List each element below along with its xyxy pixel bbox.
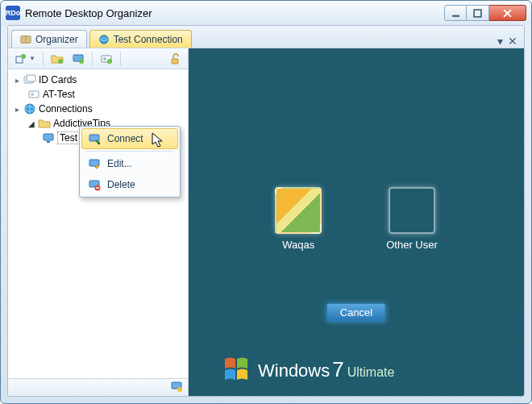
brand-text: Windows7Ultimate	[258, 357, 394, 382]
new-connection-button[interactable]	[69, 51, 88, 67]
tab-label: Test Connection	[114, 34, 183, 45]
window-title: Remote Desktop Organizer	[25, 7, 444, 19]
new-dropdown-button[interactable]: ▼	[11, 51, 39, 67]
windows-logo-icon	[222, 356, 250, 383]
user-waqas[interactable]: Waqas	[275, 187, 322, 251]
tabstrip-close-icon[interactable]: ✕	[508, 35, 517, 48]
svg-rect-13	[172, 59, 178, 64]
separator	[120, 52, 121, 66]
separator	[43, 52, 44, 66]
tabstrip: Organizer Test Connection ▾ ✕	[8, 26, 524, 48]
tab-label: Organizer	[35, 34, 78, 45]
expander-icon[interactable]: ▸	[13, 76, 21, 85]
windows-branding: Windows7Ultimate	[222, 356, 394, 383]
user-name-label: Waqas	[282, 239, 314, 251]
connect-icon	[88, 132, 101, 145]
menu-delete[interactable]: Delete	[81, 174, 178, 195]
svg-point-4	[99, 35, 108, 44]
content-frame: Organizer Test Connection ▾ ✕ ▼	[7, 25, 525, 397]
tree-view[interactable]: ▸ ID Cards AT-Test ▸	[8, 69, 188, 378]
new-idcard-button[interactable]	[97, 51, 116, 67]
expander-icon[interactable]: ◢	[27, 119, 35, 128]
user-name-label: Other User	[386, 239, 438, 251]
tabstrip-menu-icon[interactable]: ▾	[497, 35, 503, 48]
sidebar-toolbar: ▼	[8, 48, 188, 69]
workspace: ▼	[8, 48, 524, 396]
delete-icon	[88, 178, 101, 191]
svg-point-18	[31, 93, 34, 96]
tab-test-connection[interactable]: Test Connection	[89, 30, 192, 48]
cancel-button[interactable]: Cancel	[326, 303, 386, 322]
svg-rect-1	[474, 10, 481, 17]
tree-node-at-test[interactable]: AT-Test	[10, 87, 186, 102]
folder-icon	[38, 117, 51, 130]
sidebar: ▼	[8, 48, 189, 396]
svg-rect-22	[44, 134, 53, 140]
tree-label: ID Cards	[39, 74, 77, 85]
tree-label: Connections	[39, 103, 93, 115]
menu-label: Edit...	[107, 158, 132, 169]
tab-organizer[interactable]: Organizer	[11, 30, 87, 48]
minimize-button[interactable]	[444, 5, 467, 21]
svg-point-9	[79, 59, 84, 64]
avatar	[275, 187, 322, 234]
edit-icon	[88, 157, 101, 170]
status-monitor-icon	[170, 380, 183, 395]
context-menu: Connect Edit...	[79, 126, 181, 198]
svg-rect-16	[27, 75, 35, 81]
user-other[interactable]: Other User	[386, 187, 438, 251]
expander-icon[interactable]: ▸	[13, 105, 21, 114]
svg-rect-23	[47, 141, 50, 143]
app-icon: RDo	[6, 6, 20, 20]
menu-connect[interactable]: Connect	[81, 128, 178, 149]
menu-label: Delete	[107, 179, 135, 190]
svg-rect-0	[452, 15, 459, 16]
unlock-button[interactable]	[165, 51, 185, 67]
avatar	[389, 187, 435, 234]
separator	[92, 52, 93, 66]
svg-point-7	[58, 59, 63, 64]
sidebar-statusbar	[8, 378, 188, 396]
chevron-down-icon: ▼	[29, 55, 35, 62]
tree-label: AT-Test	[43, 89, 75, 100]
idcards-icon	[23, 73, 36, 86]
remote-desktop-view[interactable]: Waqas Other User Cancel	[189, 48, 524, 396]
menu-label: Connect	[107, 133, 143, 144]
new-folder-button[interactable]	[48, 51, 67, 67]
close-button[interactable]	[489, 5, 526, 21]
svg-rect-28	[96, 187, 99, 188]
menu-separator	[86, 151, 173, 152]
monitor-icon	[42, 131, 55, 144]
connection-icon	[98, 34, 110, 45]
idcard-icon	[27, 88, 40, 101]
titlebar: RDo Remote Desktop Organizer	[1, 1, 531, 25]
svg-point-12	[107, 59, 112, 64]
tree-node-idcards[interactable]: ▸ ID Cards	[10, 73, 186, 87]
window-controls	[444, 5, 526, 21]
svg-point-30	[177, 387, 182, 392]
organizer-icon	[20, 34, 31, 45]
maximize-button[interactable]	[467, 5, 489, 21]
svg-rect-24	[89, 135, 99, 141]
app-window: RDo Remote Desktop Organizer Organizer	[0, 0, 532, 404]
menu-edit[interactable]: Edit...	[81, 153, 178, 174]
svg-point-11	[103, 57, 106, 60]
tree-node-connections[interactable]: ▸ Connections	[10, 102, 186, 116]
globe-icon	[23, 102, 36, 115]
svg-point-6	[21, 54, 26, 59]
user-tiles: Waqas Other User	[189, 187, 524, 251]
